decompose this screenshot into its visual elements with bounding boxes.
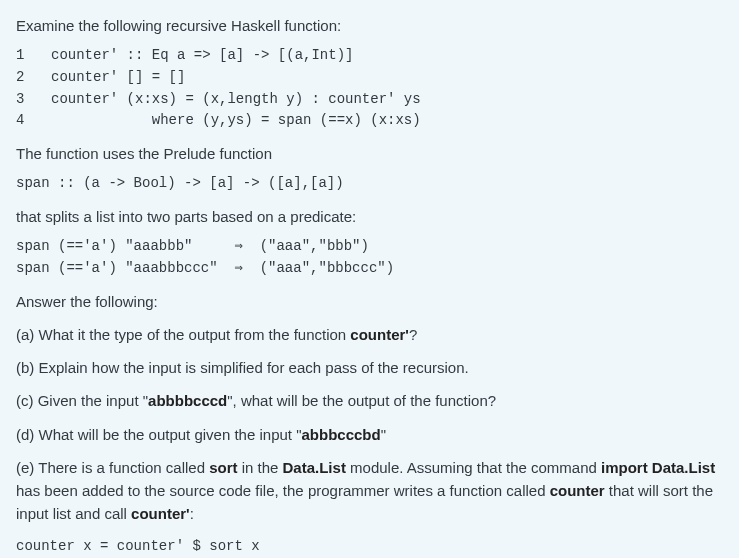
code-line: span (=='a') "aaabbb" ⇒ ("aaa","bbb") [16,238,369,254]
span-signature: span :: (a -> Bool) -> [a] -> ([a],[a]) [16,173,723,195]
bold-text: abbbbcccd [148,392,227,409]
code-line: counter' (x:xs) = (x,length y) : counter… [51,91,421,107]
question-page: Examine the following recursive Haskell … [0,0,739,558]
bold-text: Data.List [283,459,346,476]
code-line: counter' :: Eq a => [a] -> [(a,Int)] [51,47,353,63]
code-line: span :: (a -> Bool) -> [a] -> ([a],[a]) [16,175,344,191]
line-number: 1 [16,45,51,67]
bold-text: abbbcccbd [301,426,380,443]
bold-text: counter' [350,326,409,343]
bold-text: sort [209,459,237,476]
question-a: (a) What it the type of the output from … [16,323,723,346]
line-number: 2 [16,67,51,89]
question-c: (c) Given the input "abbbbcccd", what wi… [16,389,723,412]
code-line: counter' [] = [] [51,69,185,85]
split-intro: that splits a list into two parts based … [16,205,723,228]
intro-text: Examine the following recursive Haskell … [16,14,723,37]
question-b: (b) Explain how the input is simplified … [16,356,723,379]
span-examples: span (=='a') "aaabbb" ⇒ ("aaa","bbb") sp… [16,236,723,279]
haskell-code-block: 1counter' :: Eq a => [a] -> [(a,Int)] 2c… [16,45,723,132]
code-line: counter x = counter' $ sort x [16,538,260,554]
code-line: span (=='a') "aaabbbccc" ⇒ ("aaa","bbbcc… [16,260,394,276]
prelude-intro: The function uses the Prelude function [16,142,723,165]
line-number: 4 [16,110,51,132]
bold-text: import Data.List [601,459,715,476]
bold-text: counter' [131,505,190,522]
answer-intro: Answer the following: [16,290,723,313]
counter-definition: counter x = counter' $ sort x [16,536,723,558]
code-line: where (y,ys) = span (==x) (x:xs) [51,112,421,128]
line-number: 3 [16,89,51,111]
question-list: (a) What it the type of the output from … [16,323,723,526]
bold-text: counter [550,482,605,499]
question-e: (e) There is a function called sort in t… [16,456,723,526]
question-d: (d) What will be the output given the in… [16,423,723,446]
